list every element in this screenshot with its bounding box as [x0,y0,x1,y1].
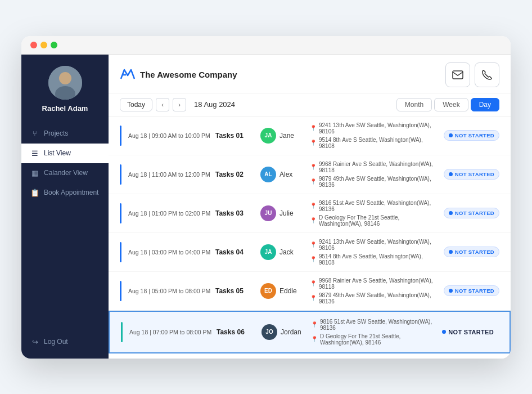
avatar-image [48,66,82,100]
task-status: NOT STARTED [444,285,499,296]
location-icon: 📍 [310,125,317,131]
location-line-1: 📍 9241 13th Ave SW Seattle, Washington(W… [310,122,439,135]
assignee-avatar: AL [260,167,276,182]
status-dot [449,172,453,176]
mail-button[interactable] [445,62,470,87]
main-content: The Awesome Company [109,55,511,359]
maximize-dot[interactable] [51,42,57,48]
top-actions [445,62,499,87]
day-view-button[interactable]: Day [471,98,499,111]
task-status: NOT STARTED [444,130,499,141]
task-row[interactable]: Aug 18 | 07:00 PM to 08:00 PM Tasks 06 J… [109,311,511,353]
location-icon: 📍 [310,164,317,170]
sidebar-item-label: Calander View [44,169,88,177]
location-icon: 📍 [311,336,318,342]
assignee-name: Jordan [281,328,301,336]
status-dot [442,330,446,334]
assignee-avatar: JU [260,205,276,221]
logout-button[interactable]: ↪ Log Out [21,331,109,353]
status-badge: NOT STARTED [444,208,499,218]
task-row[interactable]: Aug 18 | 05:00 PM to 08:00 PM Tasks 05 E… [109,272,511,311]
location-icon: 📍 [310,203,317,209]
logout-icon: ↪ [30,338,39,346]
phone-button[interactable] [475,62,499,87]
list-icon: ☰ [30,149,39,158]
logo-icon [120,68,136,82]
toolbar-left: Today ‹ › 18 Aug 2024 [120,98,240,111]
location-line-2: 📍 9879 49th Ave SW Seattle, Washington(W… [310,176,439,188]
assignee-name: Jane [279,132,294,140]
logout-label: Log Out [44,338,68,346]
task-locations: 📍 9968 Rainier Ave S Seattle, Washington… [305,161,444,188]
task-row[interactable]: Aug 18 | 09:00 PM to 10:00 PM Tasks 07 A… [109,353,511,359]
assignee-name: Jack [279,248,294,256]
task-locations: 📍 9968 Rainier Ave S Seattle, Washington… [305,277,444,305]
close-dot[interactable] [30,42,37,48]
task-time: Aug 18 | 07:00 PM to 08:00 PM [129,329,217,335]
sidebar-item-label: Book Appointment [44,189,98,196]
task-time: Aug 18 | 05:00 PM to 08:00 PM [128,288,215,294]
location-text: 9514 8th Ave S Seattle, Washington(WA), … [319,137,439,149]
sidebar-item-book-appointment[interactable]: 📋 Book Appointment [21,183,109,203]
location-text: D Geology For The 21st Seattle, Washingt… [320,333,433,346]
location-icon: 📍 [310,140,317,146]
task-time: Aug 18 | 01:00 PM to 02:00 PM [128,210,215,217]
location-line-1: 📍 9968 Rainier Ave S Seattle, Washington… [310,161,439,173]
date-label: 18 Aug 2024 [194,100,235,109]
location-text: 9879 49th Ave SW Seattle, Washington(WA)… [319,176,439,188]
task-row[interactable]: Aug 18 | 03:00 PM to 04:00 PM Tasks 04 J… [109,233,511,272]
sidebar-item-calendar-view[interactable]: ▦ Calander View [21,163,109,183]
today-button[interactable]: Today [120,98,152,111]
sidebar: Rachel Adam ⑂ Projects ☰ List View ▦ Cal… [21,55,109,359]
avatar [48,66,82,100]
location-icon: 📍 [310,295,317,301]
location-line-1: 📍 9968 Rainier Ave S Seattle, Washington… [310,277,439,290]
assignee-avatar: JO [262,324,277,340]
location-icon: 📍 [310,256,317,262]
company-name: The Awesome Company [140,70,237,79]
location-icon: 📍 [310,178,317,185]
task-row[interactable]: Aug 18 | 09:00 AM to 10:00 PM Tasks 01 J… [109,117,511,155]
assignee-avatar: ED [260,283,276,299]
location-text: 9816 51st Ave SW Seattle, Washington(WA)… [319,200,439,212]
assignee-name: Alex [279,171,292,178]
tasks-list: Aug 18 | 09:00 AM to 10:00 PM Tasks 01 J… [109,117,511,359]
task-indicator [121,322,123,342]
location-text: 9879 49th Ave SW Seattle, Washington(WA)… [319,292,439,305]
task-name: Tasks 04 [215,248,260,256]
task-time: Aug 18 | 09:00 AM to 10:00 PM [128,132,215,139]
task-status: NOT STARTED [444,169,499,180]
task-assignee: JO Jordan [262,324,306,340]
task-row[interactable]: Aug 18 | 11:00 AM to 12:00 PM Tasks 02 A… [109,155,511,194]
view-buttons: Month Week Day [396,98,499,111]
assignee-name: Eddie [279,287,297,295]
task-assignee: JA Jane [260,128,305,144]
app-layout: Rachel Adam ⑂ Projects ☰ List View ▦ Cal… [21,55,511,359]
week-view-button[interactable]: Week [434,98,468,111]
location-text: 9241 13th Ave SW Seattle, Washington(WA)… [319,122,439,135]
task-indicator [120,203,121,223]
location-line-1: 📍 9816 51st Ave SW Seattle, Washington(W… [311,319,433,331]
minimize-dot[interactable] [40,42,47,48]
status-dot [449,133,453,137]
appointment-icon: 📋 [30,189,39,197]
task-status: NOT STARTED [444,247,499,257]
assignee-avatar: JA [260,244,276,260]
sidebar-item-projects[interactable]: ⑂ Projects [21,124,109,144]
location-text: 9514 8th Ave S Seattle, Washington(WA), … [319,253,439,266]
task-assignee: ED Eddie [260,283,305,299]
sidebar-item-list-view[interactable]: ☰ List View [21,144,109,163]
location-text: 9816 51st Ave SW Seattle, Washington(WA)… [320,319,433,331]
month-view-button[interactable]: Month [396,98,432,111]
task-indicator [120,164,121,185]
prev-button[interactable]: ‹ [156,98,169,111]
task-status: NOT STARTED [444,208,499,218]
sidebar-nav: ⑂ Projects ☰ List View ▦ Calander View 📋… [21,124,109,331]
location-line-2: 📍 9879 49th Ave SW Seattle, Washington(W… [310,292,439,305]
task-row[interactable]: Aug 18 | 01:00 PM to 02:00 PM Tasks 03 J… [109,194,511,233]
top-bar: The Awesome Company [109,55,511,93]
next-button[interactable]: › [173,98,186,111]
status-badge: NOT STARTED [444,285,499,296]
task-name: Tasks 03 [215,209,260,217]
user-name: Rachel Adam [42,104,88,113]
